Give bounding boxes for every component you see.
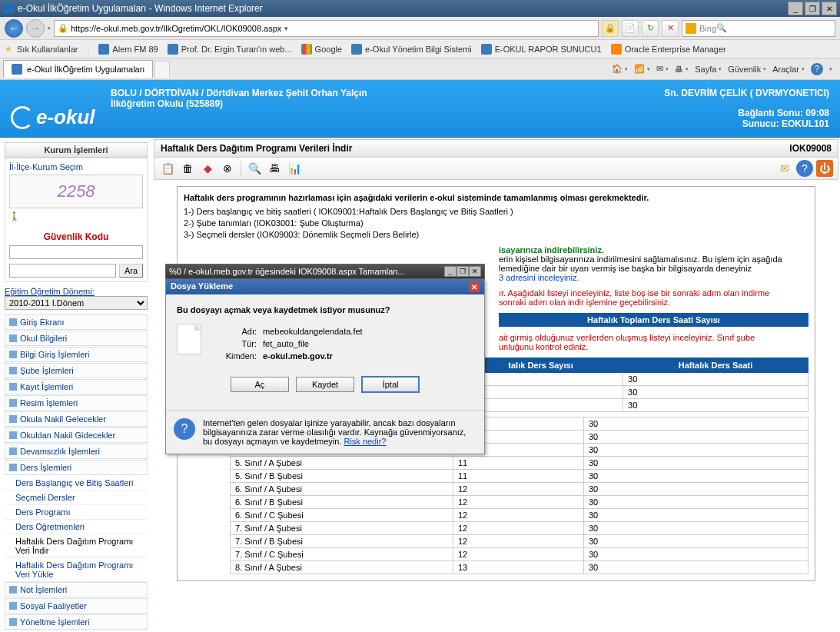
captcha-input[interactable]	[9, 245, 143, 259]
back-button[interactable]: ←	[5, 19, 23, 38]
progress-close[interactable]: ✕	[469, 266, 481, 277]
sidebar-sub-3[interactable]: Ders Öğretmenleri	[5, 520, 148, 534]
il-ilce-link[interactable]: İl-İlçe-Kurum Seçim	[9, 162, 143, 171]
risk-link[interactable]: Risk nedir?	[344, 437, 386, 446]
user-name: Sn. DEVRİM ÇELİK ( DVRMYONETICI)	[664, 88, 829, 98]
tool-cancel[interactable]: ⊗	[219, 160, 236, 177]
sidebar-item-6[interactable]: Okula Nakil Gelecekler	[5, 411, 148, 427]
screen-code: IOK09008	[789, 143, 832, 154]
sidebar-item-8[interactable]: Devamsızlık İşlemleri	[5, 444, 148, 459]
sidebar-item2-0[interactable]: Not İşlemleri	[5, 582, 148, 597]
search-input[interactable]	[9, 264, 116, 278]
search-go[interactable]: 🔍	[716, 23, 727, 33]
tool-print[interactable]: 🖶	[266, 160, 283, 177]
sidebar-item-2[interactable]: Bilgi Giriş İşlemleri	[5, 347, 148, 362]
favorites-bar: ★Sık Kullanılanlar | Alem FM 89 Prof. Dr…	[0, 40, 840, 58]
sidebar-item-3[interactable]: Şube İşlemleri	[5, 363, 148, 378]
progress-max[interactable]: ❐	[457, 266, 469, 277]
captcha-image: 2258	[9, 175, 143, 208]
school-name: İlköğretim Okulu (525889)	[111, 98, 367, 109]
fav-turan[interactable]: Prof. Dr. Ergin Turan'ın web...	[168, 44, 292, 55]
dialog-warning: ? Internet'ten gelen dosyalar işinize ya…	[166, 410, 484, 454]
sidebar-sub-0[interactable]: Ders Başlangıç ve Bitiş Saatleri	[5, 476, 148, 491]
tool-save[interactable]: ◆	[199, 160, 216, 177]
sidebar-sub-5[interactable]: Haftalık Ders Dağıtım Programı Veri Yükl…	[5, 558, 148, 582]
tab-active[interactable]: e-Okul İlkÖğretim Uygulamaları	[3, 60, 153, 78]
maximize-button[interactable]: ❐	[805, 2, 820, 15]
print-button[interactable]: 🖶▾	[675, 65, 689, 74]
ssl-button[interactable]: 🔒	[602, 20, 619, 37]
close-button[interactable]: ✕	[822, 2, 837, 15]
tool-export[interactable]: 📊	[286, 160, 303, 177]
bing-icon	[686, 23, 696, 34]
fav-oracle[interactable]: Oracle Enterprise Manager	[611, 44, 726, 55]
search-box[interactable]: Bing 🔍	[682, 20, 835, 37]
minimize-button[interactable]: _	[788, 2, 803, 15]
para1b: lemediğine dair bir uyarı vermiş ise baş…	[499, 264, 808, 273]
term-select[interactable]: 2010-2011 I.Dönem	[5, 296, 148, 310]
sidebar-item-5[interactable]: Resim İşlemleri	[5, 395, 148, 411]
term-label: Eğitim Öğretim Dönemi:	[5, 287, 148, 296]
new-tab-button[interactable]	[154, 61, 170, 78]
fav-google[interactable]: Google	[301, 44, 342, 55]
table-row: 5. Sınıf / B Şubesi1130	[231, 470, 808, 483]
progress-title-bar: %0 / e-okul.meb.gov.tr öğesindeki IOK090…	[165, 264, 485, 279]
fav-sik[interactable]: ★Sık Kullanılanlar	[5, 44, 78, 54]
sidebar: Kurum İşlemleri İl-İlçe-Kurum Seçim 2258…	[0, 138, 152, 632]
fav-alem[interactable]: Alem FM 89	[98, 44, 158, 55]
sidebar-item-7[interactable]: Okuldan Nakil Gidecekler	[5, 427, 148, 443]
logo: e-okul	[11, 88, 111, 129]
connection-time: Bağlantı Sonu: 09:08	[664, 108, 829, 118]
sidebar-item-9[interactable]: Ders İşlemleri	[5, 460, 148, 475]
sidebar-sub-1[interactable]: Seçmeli Dersler	[5, 491, 148, 505]
sidebar-item-1[interactable]: Okul Bilgileri	[5, 331, 148, 346]
addr-caret[interactable]: ▾	[281, 25, 291, 32]
sidebar-sub-2[interactable]: Ders Programı	[5, 505, 148, 520]
open-button[interactable]: Aç	[231, 377, 289, 392]
help-button[interactable]: ?	[811, 63, 823, 75]
sidebar-sub-4[interactable]: Haftalık Ders Dağıtım Programı Veri İndi…	[5, 534, 148, 558]
progress-min[interactable]: _	[444, 266, 457, 277]
cancel-button[interactable]: İptal	[361, 376, 420, 393]
mail-button[interactable]: ✉▾	[656, 64, 669, 74]
table-row: 8. Sınıf / A Şubesi1330	[231, 561, 808, 574]
forward-button[interactable]: →	[26, 19, 45, 38]
dialog-title: Dosya Yükleme	[171, 281, 233, 292]
fav-rapor[interactable]: E-OKUL RAPOR SUNUCU1	[481, 44, 602, 55]
tool-search[interactable]: 🔍	[246, 160, 263, 177]
search-button[interactable]: Ara	[119, 264, 143, 278]
sidebar-item2-2[interactable]: Yöneltme İşlemleri	[5, 614, 148, 630]
sidebar-item-4[interactable]: Kayıt İşlemleri	[5, 379, 148, 394]
sidebar-item2-1[interactable]: Sosyal Faaliyetler	[5, 598, 148, 614]
stop-button[interactable]: ✕	[662, 20, 679, 37]
safety-menu[interactable]: Güvenlik▾	[728, 65, 766, 74]
sidebar-title: Kurum İşlemleri	[5, 142, 148, 158]
line-3: 3-) Seçmeli dersler (IOK09003: Dönemlik …	[184, 230, 808, 239]
tools-menu[interactable]: Araçlar▾	[772, 65, 805, 74]
para1c: 3 adresini inceleyiniz.	[499, 273, 808, 282]
page-menu[interactable]: Sayfa▾	[695, 65, 722, 74]
window-title-bar: e-Okul İlkÖğretim Uygulamaları - Windows…	[0, 0, 840, 17]
tool-new[interactable]: 📋	[159, 160, 176, 177]
line-2: 2-) Şube tanımları (IOK03001: Şube Oluşt…	[184, 218, 808, 228]
tool-mail[interactable]: ✉	[776, 160, 793, 177]
tool-help[interactable]: ?	[796, 160, 813, 177]
window-title: e-Okul İlkÖğretim Uygulamaları - Windows…	[18, 3, 263, 14]
accessibility-icon: 🚶	[9, 211, 23, 228]
tool-delete[interactable]: 🗑	[179, 160, 196, 177]
search-placeholder: Bing	[699, 24, 716, 33]
history-caret[interactable]: ▾	[48, 25, 51, 32]
refresh-button[interactable]: ↻	[642, 20, 659, 37]
address-bar[interactable]: 🔒 https://e-okul.meb.gov.tr/IlkOgretim/O…	[54, 20, 599, 37]
home-button[interactable]: 🏠▾	[612, 64, 628, 74]
dialog-close-button[interactable]: ✕	[469, 281, 480, 292]
save-button[interactable]: Kaydet	[296, 377, 354, 392]
breadcrumb: BOLU / DÖRTDİVAN / Dörtdivan Merkez Şehi…	[111, 88, 367, 98]
feeds-button[interactable]: 📶▾	[634, 64, 650, 74]
table-header-bar: Haftalık Toplam Ders Saati Sayısı	[499, 313, 808, 327]
fav-eokul[interactable]: e-Okul Yönetim Bilgi Sistemi	[351, 44, 472, 55]
tool-logout[interactable]: ⏻	[816, 160, 833, 177]
sidebar-item-0[interactable]: Giriş Ekranı	[5, 314, 148, 330]
intro-text: Haftalık ders programının hazırlaması iç…	[184, 193, 808, 202]
compat-button[interactable]: 📄	[622, 20, 639, 37]
